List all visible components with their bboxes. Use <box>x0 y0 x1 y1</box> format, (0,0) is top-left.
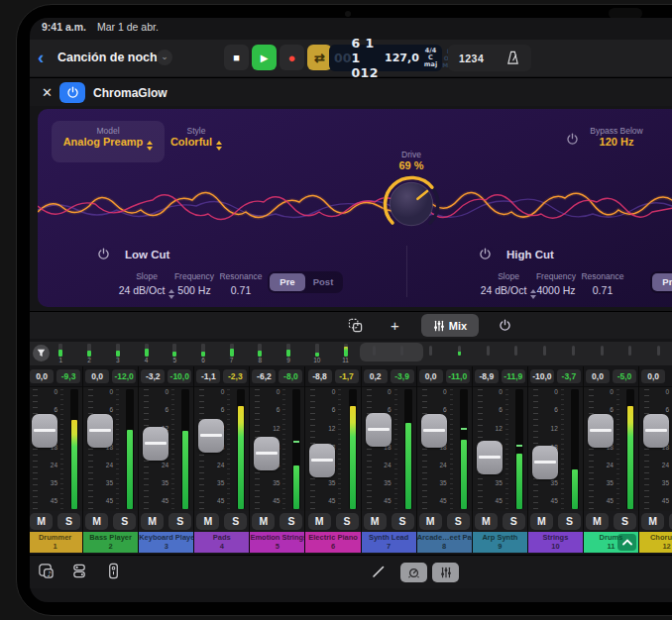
overview-track[interactable]: 10 <box>302 343 331 364</box>
mute-button[interactable]: M <box>30 513 53 530</box>
faders-view-button[interactable] <box>432 563 459 582</box>
fader-cap[interactable] <box>309 444 335 477</box>
solo-button[interactable]: S <box>168 513 191 530</box>
peak-value[interactable]: -12,0 <box>112 369 136 383</box>
solo-button[interactable]: S <box>280 513 302 530</box>
close-icon[interactable]: ✕ <box>42 85 53 100</box>
overview-track[interactable]: 3 <box>103 343 132 364</box>
volume-value[interactable]: -6,2 <box>252 369 276 383</box>
overview-track[interactable] <box>389 343 417 364</box>
back-chevron-icon[interactable]: ‹ <box>38 46 44 69</box>
overview-track[interactable] <box>530 343 559 364</box>
overview-track[interactable]: 11 <box>331 343 360 364</box>
pre-button[interactable]: Pre <box>270 273 305 291</box>
overview-track[interactable] <box>503 343 531 364</box>
overview-track[interactable] <box>445 343 474 364</box>
fader-cap[interactable] <box>254 437 280 470</box>
play-button[interactable]: ▶ <box>252 45 277 70</box>
fader-cap[interactable] <box>198 419 224 453</box>
mute-button[interactable]: M <box>475 513 498 530</box>
track-name-bar[interactable]: Emotion Strings 5 <box>250 532 304 553</box>
track-name-bar[interactable]: Electric Piano 6 <box>305 532 360 553</box>
volume-value[interactable]: 0,2 <box>364 369 388 383</box>
peak-value[interactable]: -5,0 <box>613 369 636 383</box>
overview-track[interactable] <box>416 343 445 364</box>
peak-value[interactable]: -3,9 <box>391 369 414 383</box>
count-in-button[interactable]: 1234 <box>459 52 484 64</box>
solo-button[interactable]: S <box>336 513 359 530</box>
volume-value[interactable]: -1,1 <box>196 369 220 383</box>
peak-value[interactable]: -10,0 <box>168 369 191 383</box>
overview-track[interactable]: 8 <box>246 343 275 364</box>
plugins-icon[interactable] <box>71 563 88 579</box>
solo-button[interactable]: S <box>503 513 525 530</box>
knob-view-button[interactable] <box>400 563 427 582</box>
overview-track[interactable] <box>588 343 616 364</box>
overview-track[interactable]: 1 <box>47 343 75 364</box>
fader-cap[interactable] <box>643 414 669 448</box>
volume-value[interactable]: -10,0 <box>530 369 554 383</box>
model-selector[interactable]: Model Analog Preamp <box>52 121 165 162</box>
mute-button[interactable]: M <box>141 513 164 530</box>
mute-button[interactable]: M <box>196 513 219 530</box>
fader-cap[interactable] <box>87 414 113 448</box>
solo-button[interactable]: S <box>447 513 470 530</box>
mute-button[interactable]: M <box>85 513 108 530</box>
low-cut-power-icon[interactable] <box>97 248 110 260</box>
fader-icon[interactable] <box>105 563 122 579</box>
volume-value[interactable]: 0,0 <box>586 369 610 383</box>
mute-button[interactable]: M <box>586 513 609 530</box>
solo-button[interactable]: S <box>224 513 247 530</box>
overview-track[interactable]: 5 <box>161 343 189 364</box>
solo-button[interactable]: S <box>113 513 136 530</box>
mute-button[interactable]: M <box>530 513 553 530</box>
overview-track[interactable] <box>360 343 389 364</box>
track-name-bar[interactable]: Strings 10 <box>528 532 583 553</box>
overview-track[interactable]: 4 <box>132 343 161 364</box>
style-selector[interactable]: Style Colorful <box>157 126 236 151</box>
solo-button[interactable]: S <box>558 513 581 530</box>
add-track-button[interactable]: + <box>382 314 408 337</box>
mute-button[interactable]: M <box>364 513 387 530</box>
overview-track[interactable]: 7 <box>217 343 246 364</box>
volume-value[interactable]: -8,9 <box>475 369 499 383</box>
overview-track[interactable]: 2 <box>75 343 104 364</box>
mute-button[interactable]: M <box>308 513 331 530</box>
mix-view-button[interactable]: Mix <box>421 314 479 337</box>
overview-track[interactable] <box>559 343 588 364</box>
record-button[interactable]: ● <box>280 45 304 70</box>
peak-value[interactable]: -11,9 <box>502 369 525 383</box>
track-name-bar[interactable]: Drums 11 <box>584 532 638 553</box>
volume-value[interactable]: -8,8 <box>308 369 332 383</box>
solo-button[interactable]: S <box>392 513 414 530</box>
bypass-below-control[interactable]: Bypass Below 120 Hz <box>585 126 648 148</box>
volume-value[interactable]: -3,2 <box>141 369 165 383</box>
solo-button[interactable]: S <box>614 513 636 530</box>
peak-value[interactable]: -3,7 <box>557 369 581 383</box>
track-name-bar[interactable]: Arp Synth 9 <box>473 532 527 553</box>
mixer-power-button[interactable] <box>492 314 518 337</box>
metronome-icon[interactable] <box>505 51 520 65</box>
post-button[interactable]: Post <box>305 273 341 291</box>
song-title[interactable]: Canción de noche <box>57 51 165 64</box>
peak-value[interactable]: -2,3 <box>223 369 247 383</box>
bypass-power-icon[interactable] <box>566 133 579 146</box>
track-name-bar[interactable]: Pads 4 <box>194 532 249 553</box>
overview-track[interactable]: 9 <box>275 343 303 364</box>
volume-value[interactable]: 0,0 <box>419 369 443 383</box>
loop-browser-icon[interactable]: ♪ <box>38 563 55 579</box>
volume-value[interactable]: 0,0 <box>641 369 665 383</box>
overview-track[interactable] <box>644 343 672 364</box>
fader-cap[interactable] <box>32 414 57 448</box>
overview-track[interactable] <box>616 343 644 364</box>
peak-value[interactable]: -11,0 <box>446 369 470 383</box>
fader-cap[interactable] <box>421 414 447 448</box>
overview-track[interactable] <box>474 343 503 364</box>
fader-cap[interactable] <box>477 441 503 474</box>
mute-button[interactable]: M <box>641 513 664 530</box>
chevron-up-icon[interactable] <box>617 534 636 551</box>
track-name-bar[interactable]: Chorus V 12 <box>639 532 672 553</box>
track-name-bar[interactable]: Arcade…eet Pad 8 <box>417 532 472 553</box>
fader-cap[interactable] <box>588 414 614 448</box>
lcd-display[interactable]: 00 6 1 1 012 127,0 4/4 C maj In Out MIDI <box>329 45 442 71</box>
